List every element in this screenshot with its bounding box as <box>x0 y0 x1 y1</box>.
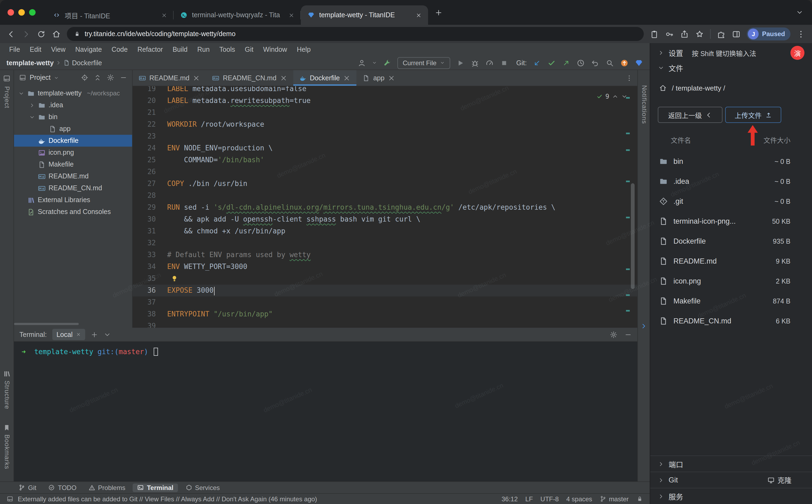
file-row-readme-md[interactable]: README.md9 KB <box>650 251 812 271</box>
menu-edit[interactable]: Edit <box>25 43 46 56</box>
profiler-button[interactable] <box>485 58 494 67</box>
breadcrumb-file[interactable]: Dockerfile <box>72 59 102 67</box>
structure-stripe-icon[interactable] <box>3 370 11 378</box>
indent-style[interactable]: 4 spaces <box>566 495 592 503</box>
run-config-dropdown[interactable]: Current File <box>397 57 450 69</box>
tool-window-button-problems[interactable]: Problems <box>84 483 130 492</box>
chevron-down-icon[interactable] <box>29 114 35 120</box>
scrollbar[interactable] <box>14 323 79 325</box>
tab-search-button[interactable] <box>796 9 803 16</box>
code-area[interactable]: 1920212223242526272829303132333435363738… <box>133 86 637 328</box>
tool-window-button-terminal[interactable]: Terminal <box>133 483 178 492</box>
tab-close-icon[interactable] <box>288 12 294 18</box>
settings-section-header[interactable]: 设置 按 Shift 键切换输入法 演 <box>650 45 812 60</box>
menu-help[interactable]: Help <box>292 43 315 56</box>
back-button[interactable] <box>6 29 16 39</box>
stripe-structure[interactable]: Structure <box>3 381 11 409</box>
terminal-options-icon[interactable] <box>103 331 111 338</box>
collaboration-icon[interactable] <box>357 58 366 67</box>
menu-build[interactable]: Build <box>168 43 192 56</box>
menu-window[interactable]: Window <box>258 43 292 56</box>
minimize-window-button[interactable] <box>18 9 25 16</box>
history-icon[interactable] <box>576 58 585 67</box>
intention-bulb-icon[interactable] <box>170 274 178 282</box>
update-available-icon[interactable] <box>620 58 629 67</box>
clipboard-icon[interactable] <box>650 29 659 39</box>
menu-view[interactable]: View <box>46 43 70 56</box>
editor-tab-readme-cn-md[interactable]: README_CN.md <box>206 70 293 86</box>
upload-file-button[interactable]: 上传文件 <box>725 107 781 123</box>
tree-item-scratches-and-consoles[interactable]: Scratches and Consoles <box>14 206 132 218</box>
chevron-right-icon[interactable] <box>29 102 35 108</box>
browser-tab-template-wetty-titanide[interactable]: template-wetty - TitanIDE <box>301 5 428 25</box>
scrollbar[interactable] <box>631 183 635 289</box>
hide-panel-icon[interactable] <box>120 74 127 81</box>
tool-window-button-todo[interactable]: TODO <box>44 483 81 492</box>
tree-item-app[interactable]: app <box>14 123 132 135</box>
tree-item-idea[interactable]: .idea <box>14 99 132 111</box>
new-terminal-icon[interactable] <box>90 331 98 338</box>
stripe-notifications[interactable]: Notifications <box>641 85 648 124</box>
site-security-icon[interactable] <box>74 31 80 37</box>
caret-position[interactable]: 36:12 <box>501 495 518 503</box>
next-issue-icon[interactable] <box>621 93 628 100</box>
tab-close-icon[interactable] <box>193 74 200 82</box>
commit-icon[interactable] <box>547 58 556 67</box>
close-window-button[interactable] <box>8 9 14 16</box>
file-encoding[interactable]: UTF-8 <box>541 495 559 503</box>
new-tab-button[interactable] <box>435 8 443 16</box>
menu-refactor[interactable]: Refactor <box>133 43 168 56</box>
editor-tab-readme-md[interactable]: README.md <box>133 70 206 86</box>
menu-tools[interactable]: Tools <box>215 43 240 56</box>
titanide-icon[interactable] <box>635 58 643 67</box>
push-icon[interactable] <box>562 58 570 67</box>
tool-window-button-services[interactable]: Services <box>181 483 224 492</box>
project-panel-title[interactable]: Project <box>30 74 51 81</box>
file-row-idea[interactable]: .idea~ 0 B <box>650 171 812 191</box>
git-section-header[interactable]: Git 克隆 <box>650 472 812 488</box>
menu-git[interactable]: Git <box>240 43 258 56</box>
terminal-tab-local[interactable]: Local <box>52 329 85 340</box>
tab-close-icon[interactable] <box>416 12 422 18</box>
tree-item-external-libraries[interactable]: External Libraries <box>14 194 132 206</box>
menu-navigate[interactable]: Navigate <box>70 43 107 56</box>
minimize-terminal-icon[interactable] <box>624 331 632 338</box>
editor-tab-app[interactable]: app <box>356 70 401 86</box>
home-button[interactable] <box>52 29 61 39</box>
editor-tab-options-icon[interactable] <box>625 74 633 82</box>
home-icon[interactable] <box>659 84 667 92</box>
reload-button[interactable] <box>37 29 46 39</box>
line-ending[interactable]: LF <box>525 495 533 503</box>
ports-section-header[interactable]: 端口 <box>650 455 812 472</box>
bookmarks-stripe-icon[interactable] <box>3 424 11 432</box>
tree-item-dockerfile[interactable]: Dockerfile <box>14 135 132 147</box>
file-row-makefile[interactable]: Makefile874 B <box>650 291 812 311</box>
menu-code[interactable]: Code <box>107 43 133 56</box>
prev-issue-icon[interactable] <box>612 93 618 100</box>
inspections-widget[interactable]: 9 <box>596 91 628 102</box>
debug-button[interactable] <box>470 58 479 67</box>
browser-menu-icon[interactable] <box>796 29 806 39</box>
close-icon[interactable] <box>76 332 81 337</box>
update-project-icon[interactable] <box>533 58 541 67</box>
password-manager-icon[interactable] <box>665 29 674 39</box>
file-row-bin[interactable]: bin~ 0 B <box>650 151 812 171</box>
tree-item-bin[interactable]: bin <box>14 111 132 123</box>
tab-close-icon[interactable] <box>161 12 167 18</box>
tool-window-switcher-icon[interactable] <box>6 495 13 502</box>
tree-item-readme-md[interactable]: README.md <box>14 170 132 182</box>
menu-run[interactable]: Run <box>192 43 215 56</box>
side-panel-icon[interactable] <box>732 29 741 39</box>
breadcrumb-project[interactable]: template-wetty <box>6 59 54 67</box>
tab-close-icon[interactable] <box>388 74 395 82</box>
file-row-icon-png[interactable]: icon.png2 KB <box>650 271 812 291</box>
clone-button[interactable]: 克隆 <box>767 475 792 485</box>
services-section-header[interactable]: 服务 <box>650 488 812 504</box>
run-button[interactable] <box>456 58 465 67</box>
browser-tab-titanide[interactable]: 项目 - TitanIDE <box>46 5 174 25</box>
extensions-icon[interactable] <box>717 29 726 39</box>
file-row-readme-cn-md[interactable]: README_CN.md6 KB <box>650 311 812 331</box>
browser-tab-terminal-wetty-bwqryafz-tita[interactable]: terminal-wetty-bwqryafz - Tita <box>174 5 301 25</box>
profile-chip[interactable]: J Paused <box>747 27 790 40</box>
panel-settings-icon[interactable] <box>107 74 114 81</box>
